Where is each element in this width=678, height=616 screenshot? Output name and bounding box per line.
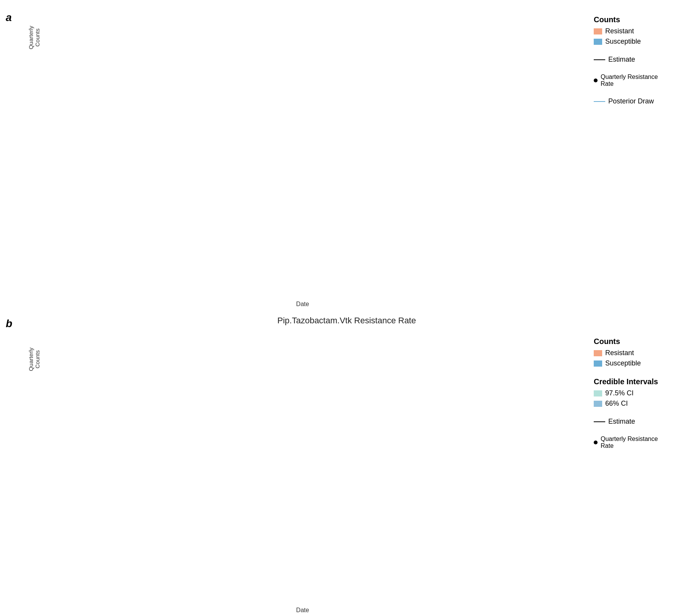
panel-b-estimate-swatch [594,421,605,422]
svg-point-212 [409,531,413,535]
svg-rect-38 [309,49,322,54]
svg-point-89 [121,220,124,224]
svg-text:40: 40 [61,330,66,335]
svg-rect-130 [143,369,156,375]
panel-a-charts: QuarterlyCounts 010203040 0.000.250.500.… [19,8,590,298]
panel-b-legend-counts-title: Counts [594,337,670,346]
panel-b-title: Pip.Tazobactam.Vtk Resistance Rate [19,314,674,329]
panel-b-legend: Counts Resistant Susceptible Credible In… [590,329,674,605]
main-container: a QuarterlyCounts 010203040 0.000.250.50… [0,0,678,616]
svg-rect-134 [180,373,193,377]
svg-text:0.50: 0.50 [36,490,46,496]
svg-text:0.25: 0.25 [36,230,46,236]
svg-rect-52 [438,47,451,53]
panel-a-susceptible-label: Susceptible [605,38,641,46]
svg-rect-162 [438,369,451,375]
svg-rect-50 [419,49,432,54]
panel-b-bar-ylabel: QuarterlyCounts [28,347,41,371]
panel-b-ci975-label: 97.5% CI [605,389,634,397]
panel-a-bar-svg: 010203040 [50,8,586,67]
panel-a-line-svg: 0.000.250.500.751.00201820202022Resistan… [19,67,586,298]
svg-rect-150 [328,373,341,377]
panel-b-legend-susceptible: Susceptible [594,359,670,367]
svg-rect-18 [125,47,138,53]
svg-rect-26 [198,49,211,54]
svg-text:0.00: 0.00 [36,590,46,596]
panel-a-xlabel: Date [19,301,586,308]
svg-text:2020: 2020 [310,289,321,295]
svg-rect-48 [401,47,414,53]
svg-point-197 [78,567,82,571]
svg-rect-24 [180,51,193,55]
svg-rect-12 [70,47,83,53]
panel-b-susceptible-swatch [594,360,602,367]
panel-a-line-chart: 0.000.250.500.751.00201820202022Resistan… [19,67,586,298]
svg-point-91 [164,255,167,259]
svg-rect-46 [383,49,396,54]
svg-point-204 [238,563,242,567]
panel-a-legend-quarterly: Quarterly Resistance Rate [594,74,670,87]
panel-b-content: Pip.Tazobactam.Vtk Resistance Rate Quart… [19,314,674,605]
svg-rect-30 [236,47,249,53]
svg-text:40: 40 [61,8,66,13]
panel-a-legend: Counts Resistant Susceptible Estimate [590,8,674,298]
svg-point-97 [303,270,306,274]
panel-b-estimate-label: Estimate [608,418,635,426]
panel-a-legend-counts-title: Counts [594,15,670,24]
svg-text:0: 0 [63,378,66,383]
svg-text:2018: 2018 [141,595,152,601]
svg-point-199 [121,531,124,535]
svg-point-198 [100,571,103,575]
panel-a-chart-legend: QuarterlyCounts 010203040 0.000.250.500.… [19,8,674,298]
svg-rect-138 [217,369,230,375]
svg-rect-42 [346,49,359,54]
svg-point-104 [452,231,456,235]
svg-point-108 [537,233,541,237]
panel-a-estimate-label: Estimate [608,56,635,64]
panel-a-posterior-swatch [594,101,605,102]
svg-rect-58 [493,44,506,52]
svg-text:Resistance Rates: Resistance Rates [23,470,29,516]
panel-b-bar-svg: 010203040 [50,329,586,389]
panel-b-legend-quarterly: Quarterly Resistance Rate [594,436,670,449]
panel-a-legend-estimate: Estimate [594,56,670,64]
svg-point-94 [238,255,242,259]
panel-a-legend-posterior: Posterior Draw [594,97,670,105]
svg-text:20: 20 [61,32,66,38]
svg-rect-146 [291,369,304,375]
svg-rect-60 [511,51,524,55]
panel-a-resistant-swatch [594,28,602,34]
svg-rect-122 [70,369,83,375]
svg-rect-142 [254,366,267,374]
svg-point-109 [559,238,563,241]
svg-rect-20 [143,47,156,53]
panel-a-posterior-label: Posterior Draw [608,97,654,105]
svg-point-87 [78,259,82,263]
panel-a-susceptible-swatch [594,39,602,45]
svg-point-202 [185,553,189,557]
svg-rect-132 [162,371,175,376]
svg-text:10: 10 [61,44,66,49]
svg-rect-152 [346,371,359,376]
svg-rect-156 [383,371,396,376]
panel-b-resistant-swatch [594,350,602,356]
panel-b-chart-legend: QuarterlyCounts 010203040 0.000.250.500.… [19,329,674,605]
svg-rect-145 [291,333,304,374]
svg-rect-160 [419,371,432,376]
svg-rect-154 [364,369,377,375]
svg-rect-35 [291,11,304,52]
svg-point-105 [473,257,477,261]
svg-text:2018: 2018 [141,289,152,295]
panel-b-susceptible-label: Susceptible [605,359,641,367]
svg-point-219 [559,547,563,551]
svg-text:Resistance Rates: Resistance Rates [23,156,29,202]
svg-point-93 [217,227,221,231]
panel-b-ci66-swatch [594,401,602,407]
svg-rect-54 [456,51,469,55]
panel-b-legend-ci66: 66% CI [594,400,670,408]
svg-point-196 [57,565,61,569]
svg-rect-168 [493,366,506,374]
panel-b-label: b [4,314,19,605]
panel-a-estimate-swatch [594,59,605,60]
svg-point-88 [100,264,103,267]
